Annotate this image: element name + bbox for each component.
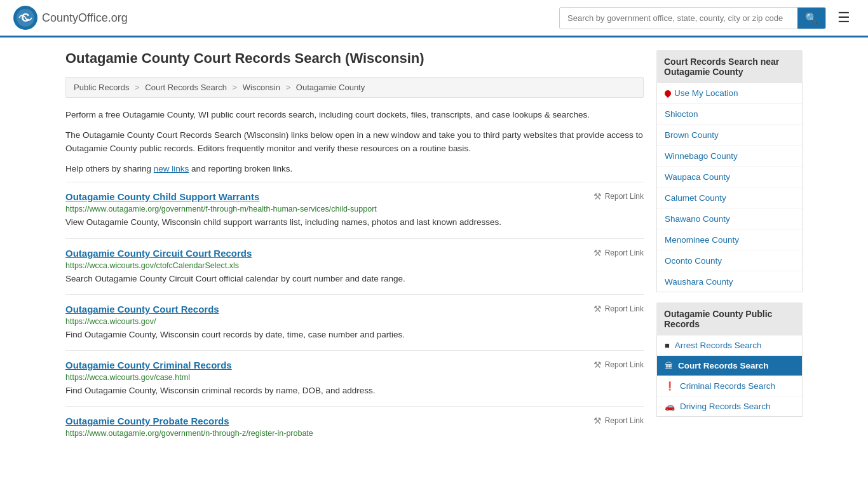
menu-button[interactable]: ☰ [832, 7, 855, 29]
link-desc-2: Find Outagamie County, Wisconsin court r… [65, 329, 644, 341]
sidebar-nearby: Court Records Search near Outagamie Coun… [656, 50, 803, 292]
report-icon-1: ⚒ [593, 248, 602, 258]
list-item: Oconto County [657, 250, 802, 271]
report-icon-4: ⚒ [593, 416, 602, 426]
report-icon-0: ⚒ [593, 191, 602, 201]
description-3: Help others by sharing new links and rep… [65, 162, 644, 176]
nearby-item-7[interactable]: Menominee County [665, 235, 739, 245]
nearby-item-3[interactable]: Winnebago County [665, 151, 738, 161]
link-desc-3: Find Outagamie County, Wisconsin crimina… [65, 384, 644, 397]
link-url-3: https://wcca.wicourts.gov/case.html [65, 373, 644, 382]
link-url-0: https://www.outagamie.org/government/f-t… [65, 205, 644, 214]
nearby-item-2[interactable]: Brown County [665, 130, 719, 140]
list-item: Winnebago County [657, 146, 802, 166]
report-icon-2: ⚒ [593, 304, 602, 314]
record-item-3[interactable]: Driving Records Search [680, 402, 771, 411]
link-desc-0: View Outagamie County, Wisconsin child s… [65, 216, 644, 229]
list-item: Use My Location [657, 83, 802, 104]
link-title-2[interactable]: Outagamie County Court Records [65, 304, 219, 315]
list-item: 🚗Driving Records Search [657, 396, 802, 416]
breadcrumb-court-records[interactable]: Court Records Search [145, 83, 227, 92]
list-item: Outagamie County Criminal Records ⚒ Repo… [65, 350, 644, 406]
report-icon-3: ⚒ [593, 360, 602, 370]
nearby-item-4[interactable]: Waupaca County [665, 172, 730, 182]
list-item: Waushara County [657, 271, 802, 292]
report-link-3[interactable]: ⚒ Report Link [593, 360, 644, 370]
list-item: Menominee County [657, 229, 802, 250]
new-links[interactable]: new links [154, 164, 189, 173]
sidebar: Court Records Search near Outagamie Coun… [656, 50, 803, 449]
list-item: Shiocton [657, 104, 802, 125]
sidebar-records-heading: Outagamie County Public Records [656, 302, 803, 336]
report-link-0[interactable]: ⚒ Report Link [593, 191, 644, 201]
report-link-4[interactable]: ⚒ Report Link [593, 416, 644, 426]
search-input[interactable] [560, 9, 797, 27]
record-item-1[interactable]: Court Records Search [678, 361, 769, 370]
link-title-4[interactable]: Outagamie County Probate Records [65, 416, 229, 426]
use-my-location[interactable]: Use My Location [665, 88, 794, 98]
link-title-1[interactable]: Outagamie County Circuit Court Records [65, 248, 252, 259]
rec-icon-1: 🏛 [665, 361, 673, 370]
link-url-4: https://www.outagamie.org/government/n-t… [65, 429, 644, 438]
list-item: ❗Criminal Records Search [657, 376, 802, 396]
search-button[interactable]: 🔍 [797, 8, 825, 29]
nearby-item-8[interactable]: Oconto County [665, 256, 722, 266]
link-url-2: https://wcca.wicourts.gov/ [65, 317, 644, 326]
search-bar: 🔍 [559, 7, 826, 29]
description-1: Perform a free Outagamie County, WI publ… [65, 108, 644, 122]
rec-icon-0: ■ [665, 341, 670, 350]
list-item: 🏛Court Records Search [657, 356, 802, 376]
nearby-item-5[interactable]: Calumet County [665, 193, 726, 203]
breadcrumb-public-records[interactable]: Public Records [74, 83, 129, 92]
location-icon [663, 88, 672, 97]
list-item: Outagamie County Probate Records ⚒ Repor… [65, 406, 644, 449]
record-item-0[interactable]: Arrest Records Search [675, 341, 762, 350]
list-item: Outagamie County Child Support Warrants … [65, 182, 644, 238]
breadcrumb: Public Records > Court Records Search > … [65, 77, 644, 98]
records-list: ■Arrest Records Search🏛Court Records Sea… [656, 336, 803, 417]
report-link-1[interactable]: ⚒ Report Link [593, 248, 644, 258]
link-title-3[interactable]: Outagamie County Criminal Records [65, 360, 232, 370]
link-desc-1: Search Outagamie County Circuit Court of… [65, 273, 644, 285]
record-item-2[interactable]: Criminal Records Search [680, 381, 775, 391]
sidebar-nearby-heading: Court Records Search near Outagamie Coun… [656, 50, 803, 83]
nearby-item-6[interactable]: Shawano County [665, 214, 730, 224]
nearby-item-9[interactable]: Waushara County [665, 277, 733, 287]
list-item: Outagamie County Court Records ⚒ Report … [65, 294, 644, 350]
nearby-item-1[interactable]: Shiocton [665, 109, 698, 119]
page-title: Outagamie County Court Records Search (W… [65, 50, 644, 67]
report-link-2[interactable]: ⚒ Report Link [593, 304, 644, 314]
rec-icon-2: ❗ [665, 381, 675, 391]
list-item: Waupaca County [657, 166, 802, 187]
nearby-list: Use My LocationShioctonBrown CountyWinne… [656, 83, 803, 292]
logo-text: CountyOffice.org [42, 11, 128, 25]
list-item: Outagamie County Circuit Court Records ⚒… [65, 238, 644, 294]
list-item: Shawano County [657, 208, 802, 229]
sidebar-records: Outagamie County Public Records ■Arrest … [656, 302, 803, 417]
link-title-0[interactable]: Outagamie County Child Support Warrants [65, 191, 259, 202]
list-item: Brown County [657, 125, 802, 146]
breadcrumb-outagamie[interactable]: Outagamie County [296, 83, 365, 92]
description-2: The Outagamie County Court Records Searc… [65, 128, 644, 156]
rec-icon-3: 🚗 [665, 402, 675, 411]
list-item: Calumet County [657, 187, 802, 208]
logo[interactable]: C CountyOffice.org [13, 5, 128, 30]
link-url-1: https://wcca.wicourts.gov/ctofcCalendarS… [65, 261, 644, 270]
breadcrumb-wisconsin[interactable]: Wisconsin [243, 83, 280, 92]
list-item: ■Arrest Records Search [657, 336, 802, 356]
links-list: Outagamie County Child Support Warrants … [65, 182, 644, 449]
